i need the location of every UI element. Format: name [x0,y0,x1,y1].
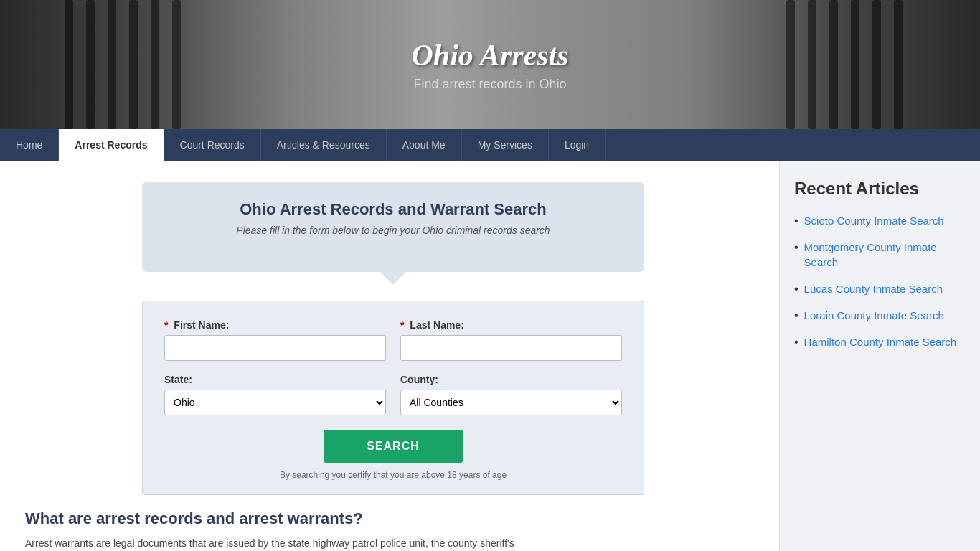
state-label: State: [164,374,386,385]
search-title: Ohio Arrest Records and Warrant Search [164,200,623,219]
article-text: Arrest warrants are legal documents that… [25,535,642,551]
nav-arrest-records[interactable]: Arrest Records [59,129,164,161]
county-label: County: [400,374,622,385]
article-heading: What are arrest records and arrest warra… [25,509,642,528]
required-star: * [164,319,168,331]
site-title: Ohio Arrests [411,38,568,72]
first-name-group: * First Name: [164,319,386,361]
bullet-icon: • [794,336,798,349]
main-container: Ohio Arrest Records and Warrant Search P… [0,161,980,551]
article-section: What are arrest records and arrest warra… [22,509,646,551]
search-form-container: * First Name: * Last Name: State: [142,301,644,495]
bars-left-decoration [57,0,201,129]
last-name-input[interactable] [400,335,622,361]
list-item: • Scioto County Inmate Search [794,213,966,228]
county-select[interactable]: All Counties [400,390,622,415]
search-subtitle: Please fill in the form below to begin y… [164,225,623,236]
first-name-input[interactable] [164,335,386,361]
sidebar-link-montgomery[interactable]: Montgomery County Inmate Search [804,240,966,270]
state-group: State: Ohio [164,374,386,415]
last-name-group: * Last Name: [400,319,622,361]
search-box-header: Ohio Arrest Records and Warrant Search P… [142,182,644,272]
sidebar-link-lorain[interactable]: Lorain County Inmate Search [804,308,944,323]
first-name-label: * First Name: [164,319,386,331]
nav-court-records[interactable]: Court Records [164,129,261,161]
list-item: • Hamilton County Inmate Search [794,334,966,349]
sidebar: Recent Articles • Scioto County Inmate S… [779,161,980,551]
sidebar-list: • Scioto County Inmate Search • Montgome… [794,213,966,349]
site-header: Ohio Arrests Find arrest records in Ohio [0,0,980,129]
bullet-icon: • [794,309,798,322]
form-disclaimer: By searching you certify that you are ab… [164,470,622,480]
last-name-label: * Last Name: [400,319,622,331]
bullet-icon: • [794,241,798,254]
nav-login[interactable]: Login [549,129,606,161]
location-row: State: Ohio County: All Counties [164,374,622,415]
main-navigation: Home Arrest Records Court Records Articl… [0,129,980,161]
search-button-wrap: SEARCH [164,430,622,463]
nav-about[interactable]: About Me [387,129,462,161]
name-row: * First Name: * Last Name: [164,319,622,361]
required-star-2: * [400,319,404,331]
list-item: • Lorain County Inmate Search [794,308,966,323]
county-group: County: All Counties [400,374,622,415]
site-subtitle: Find arrest records in Ohio [411,77,568,92]
sidebar-link-hamilton[interactable]: Hamilton County Inmate Search [804,334,957,349]
nav-services[interactable]: My Services [462,129,549,161]
bullet-icon: • [794,215,798,227]
sidebar-title: Recent Articles [794,179,966,199]
header-content: Ohio Arrests Find arrest records in Ohio [411,38,568,92]
main-content: Ohio Arrest Records and Warrant Search P… [0,161,779,551]
search-button[interactable]: SEARCH [324,430,463,463]
sidebar-link-lucas[interactable]: Lucas County Inmate Search [804,281,943,296]
bullet-icon: • [794,283,798,296]
sidebar-link-scioto[interactable]: Scioto County Inmate Search [804,213,944,228]
nav-articles[interactable]: Articles & Resources [261,129,387,161]
nav-home[interactable]: Home [0,129,59,161]
state-select[interactable]: Ohio [164,390,386,415]
list-item: • Lucas County Inmate Search [794,281,966,296]
list-item: • Montgomery County Inmate Search [794,240,966,270]
bars-right-decoration [779,0,923,129]
